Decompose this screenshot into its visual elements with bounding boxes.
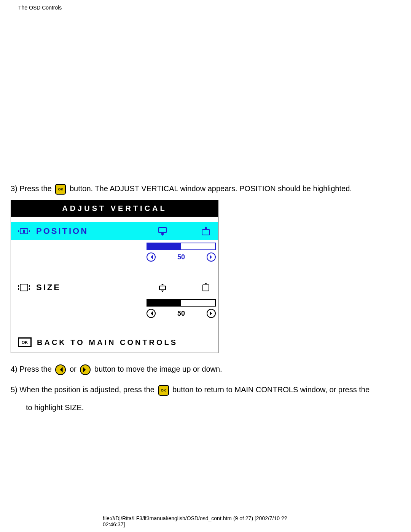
position-value: 50 (177, 253, 185, 261)
size-slider-controls: 50 (147, 309, 216, 318)
step3-pre: 3) Press the (11, 184, 54, 193)
position-down-icon (157, 227, 168, 236)
step3-post: button. The ADJUST VERTICAL window appea… (70, 184, 352, 193)
svg-rect-4 (202, 230, 210, 235)
step-5-cont: to highlight SIZE. (11, 403, 400, 412)
osd-window: ADJUST VERTICAL POSITION 50 (11, 200, 218, 353)
left-arrow-icon (147, 252, 156, 262)
position-slider-bar (147, 243, 216, 250)
ok-icon (18, 337, 32, 347)
osd-row-size: SIZE (11, 278, 218, 297)
vertical-position-icon (18, 226, 30, 236)
osd-row-position: POSITION (11, 222, 218, 240)
vertical-size-icon (18, 283, 30, 292)
step-5: 5) When the position is adjusted, press … (11, 383, 400, 396)
size-value: 50 (177, 310, 185, 318)
position-label: POSITION (36, 226, 157, 236)
size-label: SIZE (36, 283, 157, 292)
position-slider: 50 (147, 243, 216, 262)
step-3: 3) Press the button. The ADJUST VERTICAL… (11, 182, 400, 195)
position-up-icon (201, 227, 211, 236)
page-footer: file:///D|/Rita/LF3/lf3manual/english/OS… (103, 515, 308, 527)
step5-b: button to return to MAIN CONTROLS window… (172, 385, 370, 394)
right-arrow-icon (207, 309, 216, 318)
ok-button-icon (158, 385, 169, 396)
back-label: BACK TO MAIN CONTROLS (37, 338, 178, 347)
svg-rect-6 (20, 284, 28, 291)
size-slider-fill (147, 300, 181, 306)
svg-rect-5 (205, 228, 207, 229)
left-button-icon (55, 364, 66, 375)
position-slider-fill (147, 243, 181, 249)
svg-rect-1 (23, 230, 25, 233)
size-slider: 50 (147, 299, 216, 318)
osd-back-row: BACK TO MAIN CONTROLS (11, 332, 218, 353)
size-small-icon (157, 283, 168, 292)
svg-rect-8 (203, 285, 209, 291)
step4-b: or (70, 365, 78, 373)
size-large-icon (201, 283, 211, 292)
svg-rect-2 (159, 227, 166, 233)
spacer (11, 217, 218, 222)
right-button-icon (80, 364, 91, 375)
step5-a: 5) When the position is adjusted, press … (11, 385, 157, 394)
svg-rect-3 (161, 233, 164, 234)
ok-button-icon (55, 184, 66, 195)
size-slider-bar (147, 299, 216, 307)
step4-c: button to move the image up or down. (94, 365, 222, 373)
left-arrow-icon (147, 309, 156, 318)
content: 3) Press the button. The ADJUST VERTICAL… (11, 182, 400, 412)
svg-rect-7 (159, 286, 166, 290)
osd-title: ADJUST VERTICAL (11, 200, 218, 217)
step-4: 4) Press the or button to move the image… (11, 362, 400, 376)
step4-a: 4) Press the (11, 365, 54, 373)
page-header: The OSD Controls (0, 0, 411, 11)
right-arrow-icon (207, 252, 216, 262)
position-slider-controls: 50 (147, 252, 216, 262)
